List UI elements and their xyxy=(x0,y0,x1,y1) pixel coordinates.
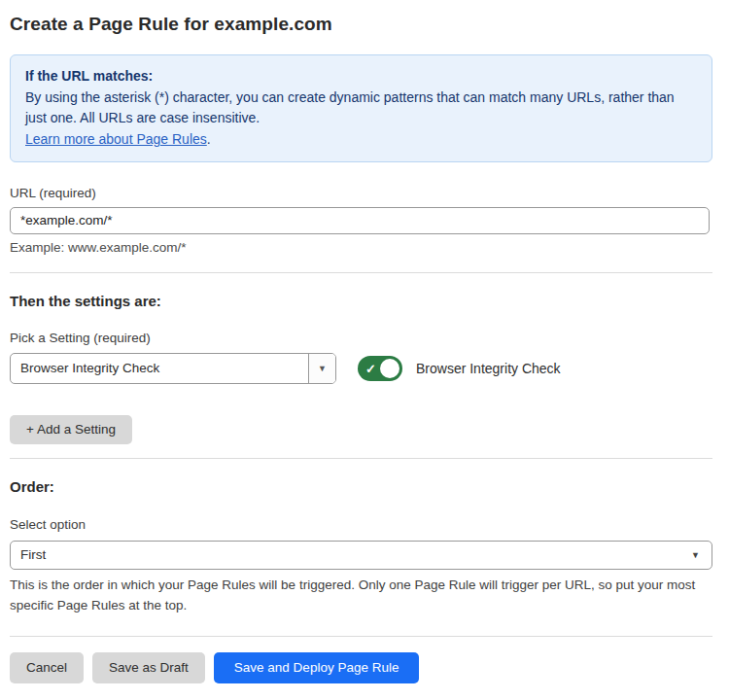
toggle-label: Browser Integrity Check xyxy=(416,361,561,376)
url-input[interactable] xyxy=(10,207,710,234)
info-link-row: Learn more about Page Rules. xyxy=(25,129,697,151)
save-and-deploy-button[interactable]: Save and Deploy Page Rule xyxy=(214,652,420,683)
section-divider xyxy=(10,458,712,459)
browser-integrity-toggle[interactable]: ✓ xyxy=(358,356,402,381)
settings-section-heading: Then the settings are: xyxy=(10,293,712,309)
add-setting-button[interactable]: + Add a Setting xyxy=(10,415,132,444)
chevron-down-icon: ▼ xyxy=(691,550,700,560)
info-box-heading: If the URL matches: xyxy=(25,66,697,88)
order-select-label: Select option xyxy=(10,517,712,532)
footer-divider xyxy=(10,636,712,637)
order-section-heading: Order: xyxy=(10,478,712,495)
learn-more-page-rules-link[interactable]: Learn more about Page Rules xyxy=(25,131,207,147)
browser-integrity-toggle-group: ✓ Browser Integrity Check xyxy=(358,356,561,381)
info-box-body: By using the asterisk (*) character, you… xyxy=(25,88,697,129)
page-title: Create a Page Rule for example.com xyxy=(10,14,712,35)
order-helper-text: This is the order in which your Page Rul… xyxy=(10,576,712,616)
setting-select[interactable]: Browser Integrity Check ▼ xyxy=(10,353,336,384)
pick-setting-label: Pick a Setting (required) xyxy=(10,331,712,345)
link-period: . xyxy=(207,131,211,147)
order-select[interactable]: First ▼ xyxy=(10,541,712,570)
check-icon: ✓ xyxy=(365,362,376,374)
url-match-info-box: If the URL matches: By using the asteris… xyxy=(10,54,712,162)
create-page-rule-form: Create a Page Rule for example.com If th… xyxy=(0,0,729,683)
setting-select-arrow-button[interactable]: ▼ xyxy=(308,354,335,383)
chevron-down-icon: ▼ xyxy=(318,364,327,373)
save-as-draft-button[interactable]: Save as Draft xyxy=(92,652,205,683)
cancel-button[interactable]: Cancel xyxy=(10,652,84,683)
order-select-value: First xyxy=(20,547,46,562)
setting-row: Browser Integrity Check ▼ ✓ Browser Inte… xyxy=(10,353,712,384)
toggle-knob xyxy=(380,359,399,378)
section-divider xyxy=(10,272,712,273)
footer-actions: Cancel Save as Draft Save and Deploy Pag… xyxy=(10,652,712,683)
url-example-helper: Example: www.example.com/* xyxy=(10,240,712,255)
setting-select-value: Browser Integrity Check xyxy=(11,354,308,383)
url-field-label: URL (required) xyxy=(10,186,712,200)
